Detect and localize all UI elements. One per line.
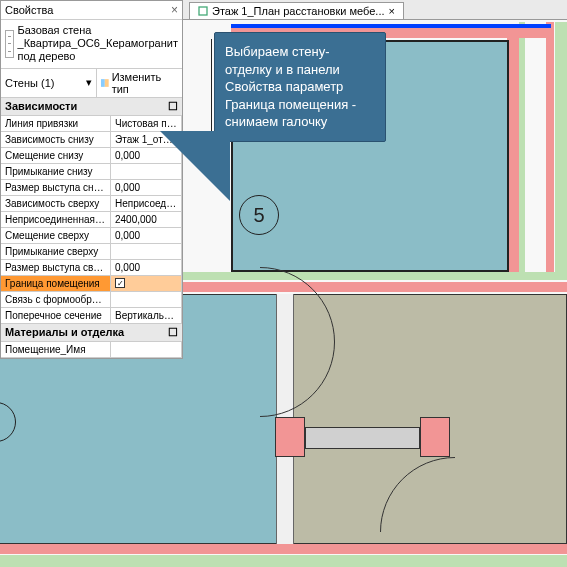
expand-icon: ☐	[168, 100, 178, 113]
panel-title-bar: Свойства ×	[1, 1, 182, 20]
checkbox-icon[interactable]: ✓	[115, 278, 125, 288]
instruction-callout: Выбираем стену-отделку и в панели Свойст…	[214, 32, 386, 142]
type-selector[interactable]: Базовая стена _Квартира_ОС6_Керамогранит…	[1, 20, 182, 69]
expand-icon: ☐	[168, 326, 178, 339]
wall-pink-r	[546, 22, 554, 272]
prop-label: Смещение сверху	[1, 228, 111, 244]
door	[260, 402, 460, 462]
edit-type-icon	[100, 78, 110, 88]
properties-panel: Свойства × Базовая стена _Квартира_ОС6_К…	[0, 0, 183, 359]
prop-label: Зависимость снизу	[1, 132, 111, 148]
tab-label: Этаж 1_План расстановки мебе...	[212, 5, 385, 17]
prop-value[interactable]: 2400,000	[111, 212, 182, 228]
prop-value[interactable]: 0,000	[111, 228, 182, 244]
view-tabs: Этаж 1_План расстановки мебе... ×	[183, 0, 567, 20]
wall-green-r	[555, 22, 567, 272]
prop-label: Неприсоединенная в...	[1, 212, 111, 228]
prop-value[interactable]: Чистовая поверхнос	[111, 116, 182, 132]
prop-label: Примыкание снизу	[1, 164, 111, 180]
view-icon	[198, 6, 208, 16]
prop-label: Размер выступа свер...	[1, 260, 111, 276]
prop-value[interactable]: Вертикальное	[111, 308, 182, 324]
section-dependencies[interactable]: Зависимости☐	[1, 98, 182, 116]
prop-value[interactable]: 0,000	[111, 260, 182, 276]
close-icon[interactable]: ×	[171, 3, 178, 17]
tab-floor-plan[interactable]: Этаж 1_План расстановки мебе... ×	[189, 2, 404, 19]
prop-label: Примыкание сверху	[1, 244, 111, 260]
props-grid: Линия привязкиЧистовая поверхнос Зависим…	[1, 116, 182, 324]
section-materials[interactable]: Материалы и отделка☐	[1, 324, 182, 342]
wall-pink-bot	[0, 544, 567, 554]
edit-type-button[interactable]: Изменить тип	[97, 69, 182, 97]
door-jamb-r	[420, 417, 450, 457]
wall-green	[519, 22, 525, 272]
svg-rect-2	[105, 79, 109, 87]
prop-room-bounding-label: Граница помещения	[1, 276, 111, 292]
prop-label: Размер выступа снизу	[1, 180, 111, 196]
prop-label: Помещение_Имя	[1, 342, 111, 358]
chevron-down-icon: ▾	[86, 76, 92, 89]
panel-title: Свойства	[5, 4, 53, 16]
prop-label: Линия привязки	[1, 116, 111, 132]
prop-label: Зависимость сверху	[1, 196, 111, 212]
wall-thumb-icon	[5, 30, 14, 58]
wall-green-bot	[0, 555, 567, 567]
prop-room-bounding-value[interactable]: ✓	[111, 276, 182, 292]
prop-value[interactable]	[111, 244, 182, 260]
element-filter[interactable]: Стены (1)▾	[1, 69, 97, 97]
close-icon[interactable]: ×	[389, 5, 395, 17]
prop-value[interactable]	[111, 342, 182, 358]
door-slab	[305, 427, 420, 449]
prop-value[interactable]	[111, 292, 182, 308]
prop-label: Поперечное сечение	[1, 308, 111, 324]
grid-bubble: 5	[239, 195, 279, 235]
prop-label: Связь с формообраз...	[1, 292, 111, 308]
type-name: Базовая стена _Квартира_ОС6_Керамогранит…	[18, 24, 178, 64]
svg-rect-0	[199, 7, 207, 15]
door-jamb-l	[275, 417, 305, 457]
prop-label: Смещение снизу	[1, 148, 111, 164]
svg-rect-1	[101, 79, 105, 87]
